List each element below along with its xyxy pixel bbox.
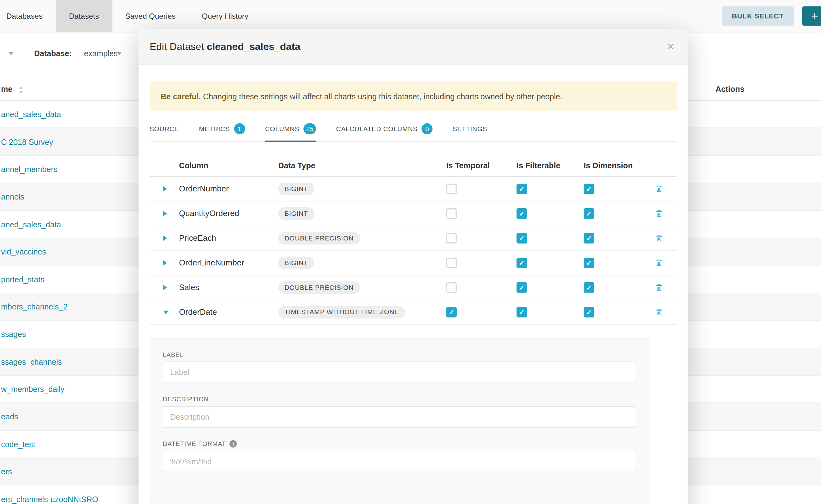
datetime-format-input[interactable]: [163, 451, 636, 472]
is-dimension-checkbox[interactable]: ✓: [584, 208, 594, 219]
nav-item-query-history[interactable]: Query History: [189, 0, 261, 32]
tab-label: SETTINGS: [453, 125, 487, 133]
warning-text: Changing these settings will affect all …: [203, 91, 562, 101]
tab-metrics[interactable]: METRICS1: [199, 118, 245, 141]
chevron-down-icon[interactable]: [116, 52, 122, 55]
delete-column-icon[interactable]: [655, 283, 663, 292]
delete-column-icon[interactable]: [655, 185, 663, 193]
edit-dataset-modal: Edit Dataset cleaned_sales_data ✕ Be car…: [139, 29, 688, 504]
column-row: QuantityOrderedBIGINT✓✓: [150, 201, 677, 226]
tab-calculated-columns[interactable]: CALCULATED COLUMNS0: [336, 118, 433, 141]
database-filter-value[interactable]: examples: [84, 49, 118, 58]
warning-banner: Be careful. Changing these settings will…: [150, 81, 677, 111]
is-dimension-checkbox[interactable]: ✓: [584, 233, 594, 244]
dataset-link[interactable]: ers: [1, 467, 12, 476]
tab-count-badge: 0: [422, 123, 433, 134]
add-dataset-button[interactable]: +: [802, 6, 821, 26]
modal-title-prefix: Edit Dataset: [150, 41, 204, 52]
app-canvas: DatabasesDatasetsSaved QueriesQuery Hist…: [0, 0, 821, 504]
is-temporal-checkbox[interactable]: ✓: [446, 307, 457, 318]
is-filterable-checkbox[interactable]: ✓: [517, 233, 527, 244]
info-icon[interactable]: i: [230, 440, 237, 448]
description-input[interactable]: [163, 406, 636, 428]
column-row: OrderNumberBIGINT✓✓: [150, 177, 677, 201]
data-type-pill: TIMESTAMP WITHOUT TIME ZONE: [278, 306, 405, 319]
modal-body: Be careful. Changing these settings will…: [139, 81, 688, 504]
sort-icons[interactable]: [19, 86, 23, 93]
chevron-down-icon[interactable]: [8, 52, 14, 55]
is-temporal-checkbox[interactable]: [446, 184, 457, 194]
expand-caret-icon[interactable]: [163, 260, 167, 265]
dataset-link[interactable]: mbers_channels_2: [1, 302, 67, 311]
tab-label: COLUMNS: [265, 125, 299, 133]
expand-caret-icon[interactable]: [163, 211, 167, 216]
warning-bold: Be careful.: [161, 91, 201, 101]
delete-column-icon[interactable]: [655, 234, 663, 242]
sort-up-icon: [19, 86, 23, 89]
columns-table: Column Data Type Is Temporal Is Filterab…: [150, 154, 677, 325]
column-row: OrderLineNumberBIGINT✓✓: [150, 251, 677, 275]
tab-settings[interactable]: SETTINGS: [453, 118, 487, 141]
modal-header: Edit Dataset cleaned_sales_data ✕: [139, 29, 688, 65]
tab-count-badge: 25: [304, 123, 316, 134]
is-filterable-checkbox[interactable]: ✓: [517, 282, 527, 293]
is-dimension-checkbox[interactable]: ✓: [584, 258, 594, 268]
column-name: Sales: [179, 283, 278, 292]
name-column-header[interactable]: me: [1, 85, 12, 94]
close-icon[interactable]: ✕: [665, 39, 677, 54]
nav-item-datasets[interactable]: Datasets: [56, 0, 112, 32]
collapse-caret-icon[interactable]: [163, 310, 169, 314]
label-input[interactable]: [163, 362, 636, 383]
is-temporal-checkbox[interactable]: [446, 233, 457, 244]
tab-source[interactable]: SOURCE: [150, 118, 179, 141]
is-filterable-checkbox[interactable]: ✓: [517, 307, 527, 318]
is-filterable-checkbox[interactable]: ✓: [517, 184, 527, 194]
delete-column-icon[interactable]: [655, 259, 663, 267]
is-dimension-checkbox[interactable]: ✓: [584, 307, 594, 318]
columns-rows: OrderNumberBIGINT✓✓QuantityOrderedBIGINT…: [150, 177, 677, 325]
tab-label: CALCULATED COLUMNS: [336, 125, 418, 133]
column-name: OrderNumber: [179, 184, 278, 194]
expand-caret-icon[interactable]: [163, 285, 167, 290]
nav-actions: BULK SELECT +: [722, 6, 821, 26]
bulk-select-button[interactable]: BULK SELECT: [722, 6, 794, 26]
datetime-format-field-label: DATETIME FORMAT i: [163, 440, 636, 448]
is-dimension-header: Is Dimension: [581, 161, 648, 170]
is-dimension-checkbox[interactable]: ✓: [584, 184, 594, 194]
column-row: OrderDateTIMESTAMP WITHOUT TIME ZONE✓✓✓: [150, 300, 677, 325]
is-temporal-checkbox[interactable]: [446, 208, 457, 219]
column-header: Column: [179, 161, 278, 170]
is-temporal-checkbox[interactable]: [446, 258, 457, 268]
expand-caret-icon[interactable]: [163, 186, 167, 192]
nav-item-databases[interactable]: Databases: [0, 0, 56, 32]
dataset-link[interactable]: ported_stats: [1, 275, 44, 284]
dataset-link[interactable]: ssages_channels: [1, 357, 62, 366]
delete-column-icon[interactable]: [655, 308, 663, 316]
column-name: OrderDate: [179, 308, 278, 317]
dataset-link[interactable]: w_members_daily: [1, 385, 64, 394]
is-temporal-checkbox[interactable]: [446, 282, 457, 293]
description-field-label: DESCRIPTION: [163, 396, 636, 403]
dataset-link[interactable]: annels: [1, 192, 24, 201]
nav-item-saved-queries[interactable]: Saved Queries: [112, 0, 189, 32]
modal-dataset-name: cleaned_sales_data: [207, 41, 300, 52]
dataset-link[interactable]: code_test: [1, 440, 35, 449]
dataset-link[interactable]: aned_sales_data: [1, 220, 61, 229]
delete-column-icon[interactable]: [655, 209, 663, 218]
is-filterable-checkbox[interactable]: ✓: [517, 208, 527, 219]
is-dimension-checkbox[interactable]: ✓: [584, 282, 594, 293]
dataset-link[interactable]: annel_members: [1, 165, 57, 174]
tab-columns[interactable]: COLUMNS25: [265, 118, 316, 141]
dataset-link[interactable]: ers_channels-uzooNNtSRO: [1, 495, 98, 504]
dataset-link[interactable]: aned_sales_data: [1, 110, 61, 119]
dataset-link[interactable]: C 2018 Survey: [1, 137, 53, 146]
data-type-pill: BIGINT: [278, 207, 314, 220]
screenshot-stage: DatabasesDatasetsSaved QueriesQuery Hist…: [0, 0, 821, 504]
expand-caret-icon[interactable]: [163, 235, 167, 241]
is-filterable-checkbox[interactable]: ✓: [517, 258, 527, 268]
column-name: PriceEach: [179, 234, 278, 243]
dataset-link[interactable]: ssages: [1, 330, 26, 339]
dataset-link[interactable]: vid_vaccines: [1, 247, 46, 256]
dataset-link[interactable]: eads: [1, 412, 18, 421]
column-name: OrderLineNumber: [179, 258, 278, 268]
